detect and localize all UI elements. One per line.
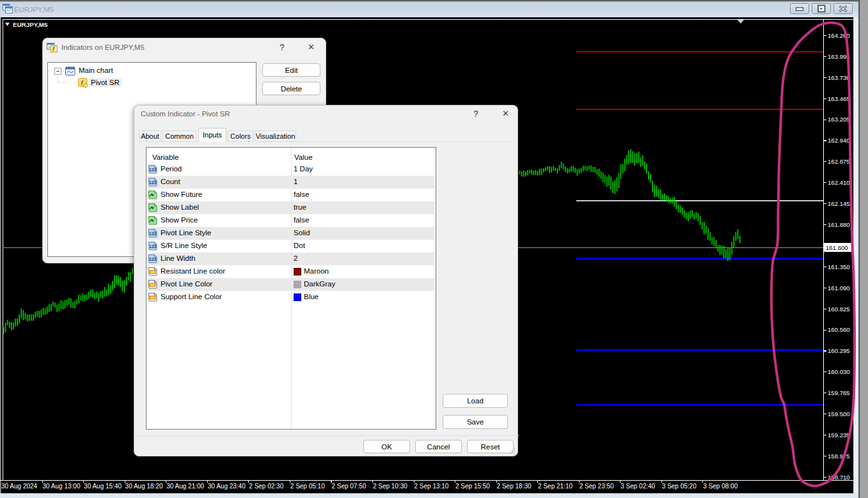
- svg-text:2 Sep 07:50: 2 Sep 07:50: [331, 483, 366, 490]
- svg-text:162.145: 162.145: [828, 200, 850, 207]
- svg-text:2 Sep 10:30: 2 Sep 10:30: [373, 483, 407, 490]
- svg-text:159.500: 159.500: [828, 410, 850, 417]
- svg-text:EURJPY,M5: EURJPY,M5: [13, 21, 48, 28]
- svg-text:161.880: 161.880: [828, 221, 850, 228]
- svg-text:160.560: 160.560: [828, 326, 850, 333]
- svg-text:160.825: 160.825: [828, 306, 850, 313]
- svg-text:2 Sep 21:10: 2 Sep 21:10: [538, 483, 572, 490]
- svg-text:3 Sep 05:20: 3 Sep 05:20: [662, 483, 697, 490]
- svg-text:2 Sep 02:30: 2 Sep 02:30: [249, 483, 283, 490]
- svg-text:159.765: 159.765: [828, 389, 850, 396]
- svg-text:30 Aug 2024: 30 Aug 2024: [1, 483, 38, 490]
- svg-text:160.295: 160.295: [828, 347, 850, 354]
- svg-text:30 Aug 15:40: 30 Aug 15:40: [84, 483, 122, 490]
- svg-text:158.975: 158.975: [828, 453, 850, 460]
- svg-text:3 Sep 08:00: 3 Sep 08:00: [703, 483, 738, 490]
- svg-text:2 Sep 23:50: 2 Sep 23:50: [580, 483, 614, 490]
- svg-text:164.260: 164.260: [828, 32, 850, 39]
- svg-text:161.350: 161.350: [828, 263, 850, 270]
- svg-text:EURJPY,M5: EURJPY,M5: [14, 6, 54, 13]
- svg-text:123: 123: [149, 244, 157, 249]
- svg-text:162.940: 162.940: [828, 137, 850, 144]
- svg-text:2 Sep 15:50: 2 Sep 15:50: [455, 483, 490, 490]
- svg-text:30 Aug 21:00: 30 Aug 21:00: [166, 483, 204, 490]
- svg-text:30 Aug 18:20: 30 Aug 18:20: [125, 483, 163, 490]
- svg-text:161.600: 161.600: [826, 244, 848, 251]
- svg-text:3 Sep 02:40: 3 Sep 02:40: [620, 483, 655, 490]
- svg-text:123: 123: [149, 257, 157, 261]
- svg-text:2 Sep 05:10: 2 Sep 05:10: [290, 483, 325, 490]
- svg-text:30 Aug 23:40: 30 Aug 23:40: [208, 483, 246, 490]
- svg-text:159.235: 159.235: [828, 432, 850, 439]
- svg-text:163.995: 163.995: [828, 53, 850, 60]
- svg-text:30 Aug 13:00: 30 Aug 13:00: [43, 483, 81, 490]
- svg-text:160.030: 160.030: [828, 368, 850, 375]
- svg-text:162.410: 162.410: [828, 179, 850, 186]
- svg-text:123: 123: [149, 231, 157, 236]
- svg-text:158.710: 158.710: [828, 474, 850, 481]
- svg-text:2 Sep 18:30: 2 Sep 18:30: [497, 483, 532, 490]
- svg-text:163.465: 163.465: [828, 95, 850, 102]
- svg-text:163.730: 163.730: [828, 74, 850, 81]
- svg-text:163.205: 163.205: [828, 116, 850, 123]
- svg-text:123: 123: [149, 180, 157, 185]
- svg-text:161.090: 161.090: [828, 284, 850, 292]
- svg-text:123: 123: [149, 167, 157, 172]
- svg-text:2 Sep 13:10: 2 Sep 13:10: [414, 483, 449, 490]
- svg-text:162.675: 162.675: [828, 158, 850, 165]
